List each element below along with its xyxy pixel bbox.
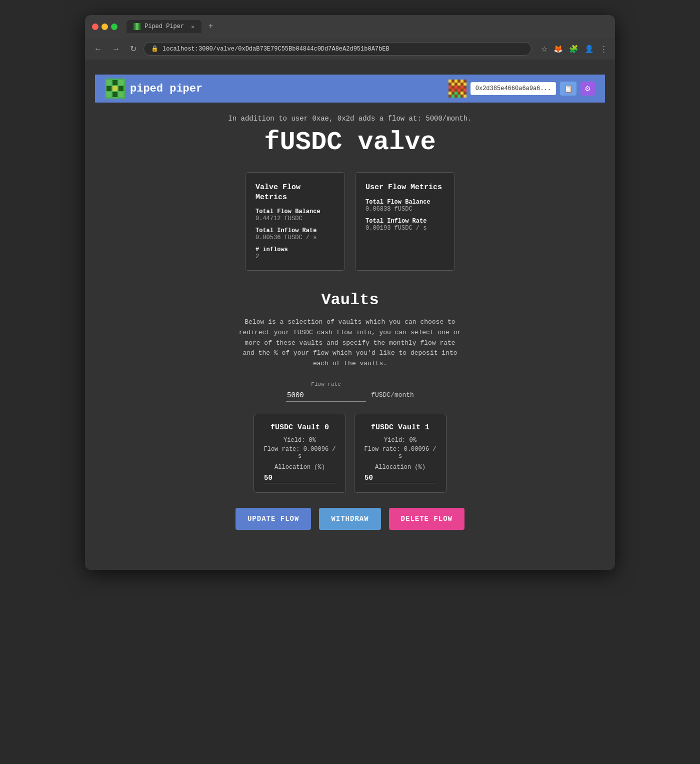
browser-titlebar: Piped Piper ✕ + (85, 15, 615, 38)
avatar (448, 80, 466, 98)
vaults-title: Vaults (95, 291, 605, 309)
vault-card-0: fUSDC Vault 0 Yield: 0% Flow rate: 0.000… (254, 414, 346, 493)
svg-rect-1 (136, 23, 138, 30)
page-title: fUSDC valve (95, 128, 605, 157)
flow-rate-row: Flow rate fUSDC/month (95, 381, 605, 402)
tab-favicon (134, 23, 140, 30)
valve-inflow-rate-value: 0.00536 fUSDC / s (256, 234, 334, 241)
user-metrics-card: User Flow Metrics Total Flow Balance 0.0… (355, 172, 455, 271)
wallet-address-button[interactable]: 0x2d385e4660a6a9a6... (470, 82, 556, 95)
vault-1-flow: Flow rate: 0.00096 / s (364, 446, 437, 460)
user-flow-balance-label: Total Flow Balance (366, 199, 444, 206)
traffic-lights (92, 24, 118, 30)
vault-1-yield: Yield: 0% (364, 437, 437, 444)
vaults-row: fUSDC Vault 0 Yield: 0% Flow rate: 0.000… (95, 414, 605, 493)
profile-icon[interactable]: 👤 (583, 43, 596, 55)
maximize-button[interactable] (111, 24, 118, 30)
menu-icon[interactable]: ⋮ (598, 43, 609, 55)
copy-address-button[interactable]: 📋 (560, 82, 576, 96)
valve-inflow-rate-label: Total Inflow Rate (256, 227, 334, 234)
user-inflow-rate-value: 0.00193 fUSDC / s (366, 225, 444, 232)
app-header: piped piper 0x2d385e4660a6a9a6... 📋 ⚙ (95, 75, 605, 103)
app-logo-icon (105, 79, 125, 99)
user-inflow-rate-label: Total Inflow Rate (366, 218, 444, 225)
vault-1-alloc-label: Allocation (%) (364, 464, 437, 471)
update-flow-button[interactable]: UPDATE FLOW (236, 508, 311, 530)
minimize-button[interactable] (102, 24, 108, 30)
valve-metrics-card: Valve Flow Metrics Total Flow Balance 0.… (245, 172, 345, 271)
vault-card-1: fUSDC Vault 1 Yield: 0% Flow rate: 0.000… (354, 414, 446, 493)
flow-rate-group: Flow rate (286, 381, 366, 402)
close-button[interactable] (92, 24, 98, 30)
valve-flow-balance-value: 0.44712 fUSDC (256, 215, 334, 222)
withdraw-button[interactable]: WITHDRAW (319, 508, 380, 530)
tab-close-icon[interactable]: ✕ (191, 24, 194, 30)
user-flow-balance-value: 0.06838 fUSDC (366, 206, 444, 213)
svg-rect-0 (134, 23, 136, 30)
vaults-section: Vaults Below is a selection of vaults wh… (95, 291, 605, 530)
page-subtitle: In addition to user 0xae, 0x2d adds a fl… (95, 115, 605, 123)
valve-num-inflows-label: # inflows (256, 246, 334, 253)
valve-num-inflows-value: 2 (256, 253, 334, 260)
wallet-settings-button[interactable]: ⚙ (580, 82, 595, 96)
main-content: piped piper 0x2d385e4660a6a9a6... 📋 ⚙ In… (85, 60, 615, 570)
reload-button[interactable]: ↻ (127, 43, 140, 55)
vault-0-alloc-label: Allocation (%) (263, 464, 336, 471)
extension-icon[interactable]: 🦊 (552, 43, 564, 55)
vaults-description: Below is a selection of vaults which you… (238, 317, 462, 369)
puzzle-icon[interactable]: 🧩 (568, 43, 580, 55)
vault-0-alloc-input[interactable] (263, 473, 336, 483)
new-tab-button[interactable]: + (208, 22, 214, 31)
flow-rate-input[interactable] (286, 389, 366, 402)
back-button[interactable]: ← (91, 44, 105, 55)
browser-tab[interactable]: Piped Piper ✕ (126, 20, 202, 33)
valve-flow-balance-label: Total Flow Balance (256, 208, 334, 215)
vault-1-alloc-input[interactable] (364, 473, 437, 483)
toolbar-icons: ☆ 🦊 🧩 👤 ⋮ (540, 43, 609, 55)
wallet-area: 0x2d385e4660a6a9a6... 📋 ⚙ (448, 80, 595, 98)
flow-rate-unit: fUSDC/month (371, 391, 414, 402)
browser-frame: Piped Piper ✕ + ← → ↻ 🔒 localhost:3000/v… (85, 15, 615, 570)
vault-0-name: fUSDC Vault 0 (263, 423, 336, 432)
vault-0-yield: Yield: 0% (263, 437, 336, 444)
vault-0-flow: Flow rate: 0.00096 / s (263, 446, 336, 460)
vault-1-name: fUSDC Vault 1 (364, 423, 437, 432)
url-text: localhost:3000/valve/0xDdaB73E79C55Bb048… (162, 46, 524, 53)
svg-rect-2 (138, 23, 140, 30)
valve-metrics-title: Valve Flow Metrics (256, 183, 334, 202)
address-bar[interactable]: 🔒 localhost:3000/valve/0xDdaB73E79C55Bb0… (144, 42, 532, 56)
app-name: piped piper (130, 83, 202, 95)
app-logo-area: piped piper (105, 79, 202, 99)
bookmark-icon[interactable]: ☆ (540, 43, 549, 55)
user-metrics-title: User Flow Metrics (366, 183, 444, 193)
tab-title: Piped Piper (144, 23, 184, 30)
metrics-row: Valve Flow Metrics Total Flow Balance 0.… (95, 172, 605, 271)
flow-rate-label: Flow rate (286, 381, 366, 387)
forward-button[interactable]: → (109, 44, 123, 55)
action-buttons: UPDATE FLOW WITHDRAW DELETE FLOW (95, 508, 605, 530)
delete-flow-button[interactable]: DELETE FLOW (389, 508, 464, 530)
browser-toolbar: ← → ↻ 🔒 localhost:3000/valve/0xDdaB73E79… (85, 38, 615, 60)
